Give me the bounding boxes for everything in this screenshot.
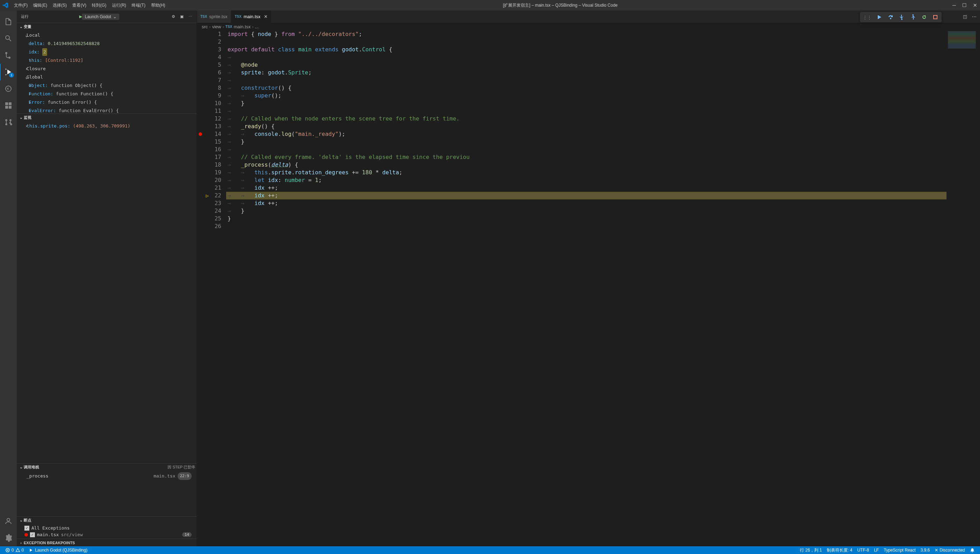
menu-help[interactable]: 帮助(H)	[148, 2, 168, 8]
more-icon[interactable]: ⋯	[972, 14, 977, 19]
debug-sidebar: 运行 ▶ Launch Godot ⌄ ⚙ ▣ ⋯ ⌄ 变量 ⌄Local	[17, 11, 197, 546]
svg-point-1	[7, 518, 10, 521]
var-function[interactable]: ›Function: function Function() {	[17, 90, 196, 98]
breadcrumbs[interactable]: src› view› TSX main.tsx› ...	[197, 23, 980, 30]
status-version[interactable]: 3.9.6	[918, 548, 932, 552]
activity-scm[interactable]	[0, 47, 17, 64]
breakpoint-all-exceptions[interactable]: ✓ All Exceptions	[17, 525, 196, 531]
tsx-icon: TSX	[234, 15, 241, 19]
activity-account[interactable]	[0, 513, 17, 530]
status-launch[interactable]: Launch Godot (QJSBinding)	[26, 548, 90, 552]
scope-closure[interactable]: ›Closure	[17, 65, 196, 73]
scope-local[interactable]: ⌄Local	[17, 31, 196, 40]
step-over-button[interactable]	[886, 12, 896, 22]
status-disconnected[interactable]: ✕ Disconnected	[932, 548, 967, 552]
callstack-frame[interactable]: _process main.tsx 22:9	[17, 471, 196, 481]
maximize-button[interactable]: ☐	[962, 2, 967, 8]
var-idx[interactable]: idx: 2	[17, 48, 196, 56]
grip-icon[interactable]: ⋮⋮	[861, 15, 873, 20]
step-out-button[interactable]	[908, 12, 918, 22]
debug-console-icon[interactable]: ▣	[180, 14, 184, 19]
menu-file[interactable]: 文件(F)	[11, 2, 30, 8]
tsx-icon: TSX	[200, 15, 207, 19]
minimap[interactable]	[947, 30, 980, 546]
editor-area: TSX sprite.tsx TSX main.tsx ✕ ◫ ⋯ src› v…	[197, 11, 980, 546]
title-bar: 文件(F) 编辑(E) 选择(S) 查看(V) 转到(G) 运行(R) 终端(T…	[0, 0, 980, 11]
var-evalerror[interactable]: ›EvalError: function EvalError() {	[17, 107, 196, 113]
status-tabsize[interactable]: 制表符长度: 4	[824, 548, 855, 553]
continue-button[interactable]	[875, 12, 885, 22]
activity-remote[interactable]	[0, 80, 17, 97]
vscode-icon	[3, 2, 8, 8]
menu-terminal[interactable]: 终端(T)	[129, 2, 148, 8]
activity-bar: 1	[0, 11, 17, 546]
activity-pr[interactable]	[0, 114, 17, 131]
chevron-right-icon: ›	[18, 541, 24, 545]
tab-main[interactable]: TSX main.tsx ✕	[231, 11, 272, 23]
tsx-icon: TSX	[226, 25, 232, 29]
breakpoints-header[interactable]: ⌄ 断点	[17, 516, 196, 524]
menu-edit[interactable]: 编辑(E)	[30, 2, 50, 8]
debug-badge: 1	[9, 73, 14, 78]
status-language[interactable]: TypeScript React	[881, 548, 918, 552]
checkbox-icon[interactable]: ✓	[24, 526, 29, 531]
chevron-down-icon: ⌄	[18, 115, 24, 120]
split-editor-icon[interactable]: ◫	[963, 14, 967, 19]
activity-settings[interactable]	[0, 530, 17, 546]
status-errors[interactable]: 0 0	[3, 548, 26, 552]
svg-point-4	[912, 14, 914, 16]
svg-point-3	[901, 19, 902, 20]
scope-global[interactable]: ⌄Global	[17, 73, 196, 81]
activity-debug[interactable]: 1	[0, 64, 17, 80]
run-label: 运行	[21, 14, 29, 19]
watch-item[interactable]: ›this.sprite.pos: (498.263, 306.709991)	[17, 122, 196, 130]
step-into-button[interactable]	[897, 12, 907, 22]
chevron-down-icon: ⌄	[18, 465, 24, 469]
activity-explorer[interactable]	[0, 13, 17, 30]
breakpoint-file[interactable]: ✓ main.tsx src/view 14	[17, 531, 196, 538]
var-error[interactable]: ›Error: function Error() {	[17, 98, 196, 107]
exception-breakpoints-header[interactable]: › EXCEPTION BREAKPOINTS	[17, 539, 196, 546]
var-delta[interactable]: delta: 0.14194965362548828	[17, 40, 196, 48]
variables-header[interactable]: ⌄ 变量	[17, 23, 196, 30]
minimize-button[interactable]: ─	[953, 2, 956, 8]
status-cursor[interactable]: 行 26，列 1	[797, 548, 824, 553]
svg-point-2	[890, 18, 891, 19]
launch-config-select[interactable]: Launch Godot ⌄	[82, 14, 119, 20]
close-icon[interactable]: ✕	[264, 14, 268, 19]
code-editor[interactable]: ▷ 12345678910111213141516171819202122232…	[197, 30, 980, 546]
var-object[interactable]: ›Object: function Object() {	[17, 81, 196, 90]
more-icon[interactable]: ⋯	[188, 14, 192, 19]
var-this[interactable]: ›this: [Control:1192]	[17, 56, 196, 65]
breakpoint-dot-icon	[24, 533, 28, 536]
close-button[interactable]: ✕	[973, 2, 977, 8]
activity-extensions[interactable]	[0, 97, 17, 114]
tab-sprite[interactable]: TSX sprite.tsx	[197, 11, 231, 23]
activity-search[interactable]	[0, 30, 17, 47]
start-debug-icon[interactable]: ▶	[79, 14, 82, 19]
chevron-down-icon: ⌄	[113, 14, 116, 19]
checkbox-icon[interactable]: ✓	[30, 532, 35, 537]
window-title: [扩展开发宿主] – main.tsx – QJSBinding – Visua…	[168, 2, 953, 8]
status-eol[interactable]: LF	[872, 548, 881, 552]
status-bar: 0 0 Launch Godot (QJSBinding) 行 26，列 1 制…	[0, 546, 980, 554]
chevron-down-icon: ⌄	[18, 518, 24, 522]
callstack-header[interactable]: ⌄ 调用堆栈 因 STEP 已暂停	[17, 463, 196, 471]
status-bell-icon[interactable]	[967, 548, 977, 552]
menu-go[interactable]: 转到(G)	[89, 2, 109, 8]
chevron-down-icon: ⌄	[18, 24, 24, 29]
svg-rect-5	[934, 15, 937, 19]
gear-icon[interactable]: ⚙	[172, 14, 175, 19]
status-encoding[interactable]: UTF-8	[855, 548, 872, 552]
restart-button[interactable]	[919, 12, 929, 22]
watch-header[interactable]: ⌄ 监视	[17, 113, 196, 121]
menu-selection[interactable]: 选择(S)	[50, 2, 70, 8]
menu-view[interactable]: 查看(V)	[70, 2, 89, 8]
stop-button[interactable]	[931, 12, 940, 22]
menu-run[interactable]: 运行(R)	[109, 2, 129, 8]
debug-toolbar[interactable]: ⋮⋮	[860, 12, 942, 22]
